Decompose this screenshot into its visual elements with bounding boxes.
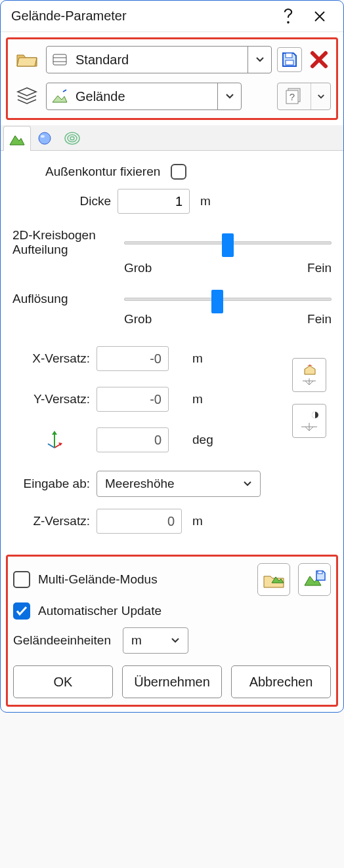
tab-contours[interactable] [58, 125, 86, 150]
save-mountain-icon [303, 570, 326, 589]
folder-icon [13, 47, 41, 72]
svg-rect-14 [318, 571, 322, 574]
chevron-down-icon [171, 637, 180, 644]
input-from-select[interactable]: Meereshöhe [97, 471, 261, 497]
svg-point-10 [68, 134, 77, 142]
house-star-icon [298, 364, 320, 386]
layers-icon [13, 84, 41, 109]
y-offset-input[interactable] [97, 387, 169, 412]
rotation-axis-icon [12, 429, 97, 450]
svg-rect-1 [53, 54, 66, 65]
auto-update-label: Automatischer Update [38, 604, 161, 618]
x-offset-input[interactable] [97, 346, 169, 371]
x-offset-unit: m [182, 351, 213, 366]
z-offset-unit: m [182, 514, 213, 528]
tab-sphere[interactable] [31, 125, 58, 150]
input-from-value: Meereshöhe [105, 477, 175, 491]
dialog-title: Gelände-Parameter [11, 9, 272, 24]
save-icon [281, 51, 298, 68]
category-label: Gelände [73, 89, 217, 104]
resolution-slider[interactable] [124, 290, 332, 308]
category-dropdown-button[interactable] [217, 83, 241, 109]
terrain-brush-icon [47, 89, 73, 104]
chevron-down-icon [255, 56, 265, 63]
save-terrain-button[interactable] [298, 563, 331, 596]
arc-division-slider[interactable] [124, 233, 332, 252]
thickness-input[interactable] [118, 189, 190, 214]
layer-picker-button[interactable]: ? [277, 83, 331, 110]
rotation-unit: deg [182, 433, 213, 447]
arc-fine-label: Fein [307, 261, 332, 275]
fix-outer-contour-label: Außenkontur fixieren [45, 165, 160, 179]
chevron-down-icon [243, 481, 252, 487]
terrain-units-value: m [131, 633, 142, 648]
sphere-icon [37, 131, 52, 146]
contour-icon [64, 131, 81, 146]
z-offset-label: Z-Versatz: [12, 514, 97, 528]
close-button[interactable] [304, 3, 335, 30]
question-icon [282, 8, 294, 25]
z-offset-input[interactable] [97, 509, 182, 534]
preset-combo[interactable]: Standard [46, 46, 272, 73]
compass-origin-button[interactable] [292, 404, 326, 438]
x-offset-label: X-Versatz: [12, 351, 97, 366]
preset-dropdown-button[interactable] [247, 47, 271, 73]
chevron-down-icon [225, 93, 234, 100]
question-layer-icon: ? [278, 88, 311, 105]
chevron-down-icon [317, 94, 325, 100]
input-from-label: Eingabe ab: [12, 477, 97, 491]
preset-label: Standard [73, 52, 247, 68]
multi-mode-label: Multi-Gelände-Modus [38, 572, 158, 587]
svg-point-0 [287, 21, 290, 24]
arc-division-label1: 2D-Kreisbogen [12, 228, 124, 243]
multi-mode-checkbox[interactable] [13, 571, 30, 588]
home-origin-button[interactable] [292, 358, 326, 392]
check-icon [16, 606, 28, 616]
ok-button[interactable]: OK [13, 665, 113, 698]
help-button[interactable] [272, 3, 304, 30]
compass-star-icon [298, 410, 320, 432]
layer-picker-dropdown[interactable] [311, 83, 330, 109]
delete-x-icon [309, 50, 329, 69]
tab-mountain[interactable] [3, 126, 31, 151]
rotation-input[interactable] [97, 427, 169, 452]
open-terrain-button[interactable] [257, 563, 290, 596]
auto-update-checkbox[interactable] [13, 602, 30, 620]
save-preset-button[interactable] [277, 47, 302, 72]
delete-preset-button[interactable] [307, 50, 331, 69]
category-combo[interactable]: Gelände [46, 83, 242, 110]
svg-rect-2 [286, 53, 292, 58]
arc-division-label2: Aufteilung [12, 243, 124, 257]
svg-rect-3 [286, 60, 293, 65]
cancel-button[interactable]: Abbrechen [231, 665, 331, 698]
terrain-units-select[interactable]: m [123, 627, 188, 654]
y-offset-label: Y-Versatz: [12, 392, 97, 406]
resolution-label: Auflösung [12, 292, 124, 306]
y-offset-unit: m [182, 392, 213, 406]
terrain-units-label: Geländeeinheiten [13, 633, 111, 648]
mountain-icon [9, 132, 26, 146]
svg-point-11 [70, 136, 74, 140]
res-fine-label: Fein [307, 312, 332, 326]
svg-point-8 [41, 135, 45, 138]
res-coarse-label: Grob [124, 312, 152, 326]
fix-outer-contour-checkbox[interactable] [171, 164, 186, 180]
folder-mountain-icon [263, 570, 285, 589]
arc-coarse-label: Grob [124, 261, 152, 275]
thickness-unit: m [190, 194, 221, 208]
apply-button[interactable]: Übernehmen [122, 665, 222, 698]
thickness-label: Dicke [45, 194, 118, 208]
preset-list-icon [47, 54, 73, 66]
close-icon [313, 10, 326, 23]
svg-text:?: ? [290, 91, 295, 102]
svg-point-7 [39, 132, 51, 144]
